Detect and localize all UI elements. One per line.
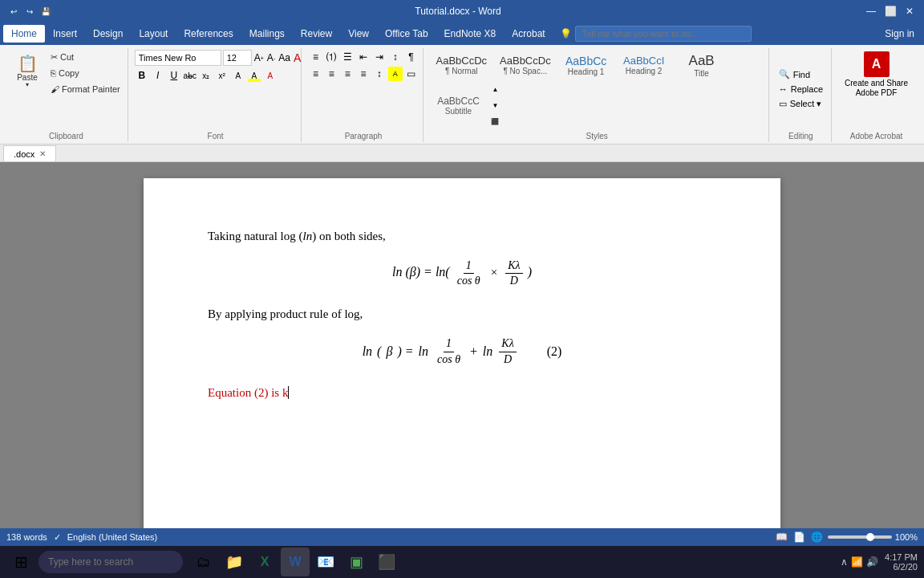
menu-review[interactable]: Review [293, 25, 340, 43]
taskbar-excel[interactable]: X [250, 547, 279, 576]
bold-button[interactable]: B [135, 68, 149, 83]
align-center-button[interactable]: ≡ [324, 67, 338, 81]
numbering-button[interactable]: ⑴ [324, 50, 338, 64]
clipboard-group: 📋 Paste ▾ ✂ Cut ⎘ Copy 🖌 Format Painter [5, 48, 128, 142]
increase-font-button[interactable]: A+ [253, 51, 265, 65]
font-size-input[interactable] [223, 50, 252, 66]
superscript-button[interactable]: x² [215, 68, 229, 83]
bullets-button[interactable]: ≡ [308, 50, 322, 64]
tray-up-arrow[interactable]: ∧ [841, 556, 848, 568]
styles-group: AaBbCcDc ¶ Normal AaBbCcDc ¶ No Spac... … [425, 48, 768, 142]
taskbar-word[interactable]: W [281, 547, 310, 576]
copy-button[interactable]: ⎘ Copy [48, 66, 123, 80]
volume-icon[interactable]: 🔊 [866, 556, 878, 568]
zoom-slider[interactable] [828, 535, 892, 539]
close-button[interactable]: ✕ [902, 3, 918, 19]
menu-references[interactable]: References [176, 25, 241, 43]
read-view-button[interactable]: 📖 [775, 530, 789, 544]
save-button[interactable]: 💾 [38, 4, 53, 18]
text-highlight-button[interactable]: A [247, 68, 261, 83]
sort-button[interactable]: ↕ [388, 50, 403, 64]
start-button[interactable]: ⊞ [6, 547, 35, 576]
styles-scroll-up[interactable]: ▲ [488, 82, 502, 96]
taskbar-app6[interactable]: ▣ [342, 547, 371, 576]
replace-button[interactable]: ↔ Replace [776, 83, 826, 96]
redo-button[interactable]: ↪ [22, 4, 37, 18]
style-normal[interactable]: AaBbCcDc ¶ Normal [430, 50, 492, 80]
minimize-button[interactable]: — [863, 3, 879, 19]
menu-insert[interactable]: Insert [45, 25, 85, 43]
show-formatting-button[interactable]: ¶ [404, 50, 419, 64]
underline-button[interactable]: U [167, 68, 181, 83]
styles-scroll: ▲ ▼ ⬛ [488, 82, 502, 128]
menu-design[interactable]: Design [85, 25, 131, 43]
web-view-button[interactable]: 🌐 [810, 530, 825, 544]
language[interactable]: English (United States) [67, 532, 158, 542]
strikethrough-button[interactable]: ab̶c [183, 68, 197, 83]
paste-dropdown[interactable]: ▾ [26, 81, 29, 88]
word-icon: W [289, 555, 301, 569]
decrease-font-button[interactable]: A- [266, 51, 276, 65]
menu-home[interactable]: Home [3, 25, 45, 43]
borders-button[interactable]: ▭ [404, 67, 419, 81]
spell-check-icon[interactable]: ✓ [54, 532, 61, 543]
change-case-button[interactable]: Aa [278, 51, 291, 65]
frac2-denominator: D [508, 274, 521, 288]
taskbar-app5[interactable]: 📧 [311, 547, 340, 576]
find-button[interactable]: 🔍 Find [776, 67, 826, 81]
style-heading2[interactable]: AaBbCcI Heading 2 [616, 50, 672, 80]
undo-button[interactable]: ↩ [6, 4, 21, 18]
menu-view[interactable]: View [340, 25, 377, 43]
styles-scroll-down[interactable]: ▼ [488, 98, 502, 112]
create-adobe-label: Create and ShareAdobe PDF [845, 79, 908, 98]
word-count[interactable]: 138 words [6, 532, 47, 542]
cut-button[interactable]: ✂ Cut [48, 50, 123, 64]
shading-button[interactable]: A [388, 67, 403, 81]
menu-endnote[interactable]: EndNote X8 [436, 25, 505, 43]
italic-button[interactable]: I [151, 68, 165, 83]
tell-me-input[interactable] [575, 26, 752, 42]
styles-expand[interactable]: ⬛ [488, 114, 502, 128]
sign-in-button[interactable]: Sign in [878, 28, 921, 39]
justify-button[interactable]: ≡ [356, 67, 371, 81]
taskbar-folder[interactable]: 📁 [220, 547, 249, 576]
menu-layout[interactable]: Layout [131, 25, 176, 43]
paste-button[interactable]: 📋 Paste ▾ [10, 50, 45, 93]
decrease-indent-button[interactable]: ⇤ [356, 50, 371, 64]
align-right-button[interactable]: ≡ [340, 67, 355, 81]
subscript-button[interactable]: x₂ [199, 68, 213, 83]
eq2-fraction-2: Kλ D [499, 336, 516, 366]
adobe-label: Adobe Acrobat [838, 128, 914, 140]
menu-mailings[interactable]: Mailings [241, 25, 293, 43]
clock[interactable]: 4:17 PM 6/2/20 [885, 552, 918, 572]
paragraph-3[interactable]: Equation (2) is k [208, 383, 716, 402]
line-spacing-button[interactable]: ↕ [372, 67, 387, 81]
style-subtitle[interactable]: AaBbCcC Subtitle [430, 90, 486, 120]
network-icon[interactable]: 📶 [851, 556, 863, 568]
tab-close-button[interactable]: ✕ [39, 149, 46, 158]
style-heading1[interactable]: AaBbCc Heading 1 [558, 50, 614, 80]
style-title[interactable]: AaB Title [674, 50, 730, 80]
align-left-button[interactable]: ≡ [308, 67, 322, 81]
taskbar-search-input[interactable] [38, 551, 183, 573]
document-tab[interactable]: .docx ✕ [3, 145, 56, 161]
style-no-spacing[interactable]: AaBbCcDc ¶ No Spac... [494, 50, 557, 80]
font-color-button[interactable]: A [263, 68, 278, 83]
create-adobe-button[interactable]: A Create and ShareAdobe PDF [838, 50, 914, 100]
increase-indent-button[interactable]: ⇥ [372, 50, 387, 64]
taskbar-file-explorer[interactable]: 🗂 [189, 547, 218, 576]
menu-acrobat[interactable]: Acrobat [504, 25, 553, 43]
maximize-button[interactable]: ⬜ [882, 3, 898, 19]
text-effects-button[interactable]: A [231, 68, 245, 83]
taskbar-app7[interactable]: ⬛ [372, 547, 401, 576]
format-painter-button[interactable]: 🖌 Format Painter [48, 82, 123, 96]
multilevel-list-button[interactable]: ☰ [340, 50, 355, 64]
font-name-input[interactable] [135, 50, 221, 66]
menu-office-tab[interactable]: Office Tab [377, 25, 436, 43]
clear-formatting-button[interactable]: A [293, 51, 302, 65]
font-group: A+ A- Aa A B I U ab̶c x₂ x² A A A Font [130, 48, 302, 142]
print-view-button[interactable]: 📄 [792, 530, 807, 544]
select-button[interactable]: ▭ Select ▾ [776, 97, 826, 111]
text-cursor [288, 386, 289, 399]
find-icon: 🔍 [779, 69, 790, 79]
